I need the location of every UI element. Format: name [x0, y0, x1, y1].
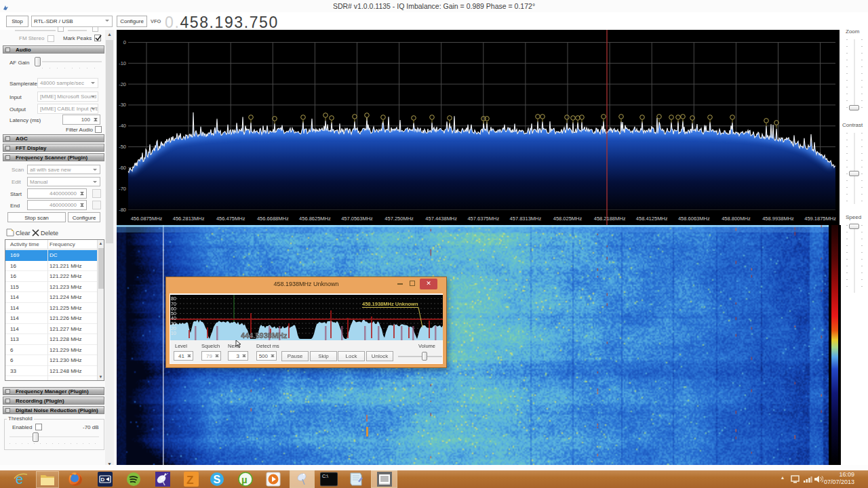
svg-text:40: 40	[171, 316, 176, 321]
svg-text:-80: -80	[119, 207, 126, 213]
svg-text:458.800MHz: 458.800MHz	[722, 216, 751, 222]
svg-text:458.025MHz: 458.025MHz	[553, 216, 583, 222]
svg-text:80: 80	[171, 296, 176, 301]
svg-text:-50: -50	[119, 144, 126, 150]
svg-text:457.4438MHz: 457.4438MHz	[425, 216, 457, 222]
svg-text:-20: -20	[119, 81, 126, 87]
svg-text:457.0563MHz: 457.0563MHz	[341, 216, 373, 222]
svg-text:µ: µ	[241, 474, 248, 485]
svg-text:30: 30	[171, 321, 176, 326]
svg-text:S: S	[214, 474, 221, 485]
svg-text:C:\: C:\	[322, 474, 328, 479]
svg-text:457.250MHz: 457.250MHz	[384, 216, 414, 222]
svg-text:457.8313MHz: 457.8313MHz	[510, 216, 542, 222]
svg-text:Z: Z	[186, 474, 193, 487]
svg-text:-10: -10	[119, 60, 126, 66]
svg-text:60: 60	[171, 306, 176, 311]
svg-text:20: 20	[171, 326, 176, 331]
svg-text:458.4125MHz: 458.4125MHz	[636, 216, 668, 222]
svg-text:-60: -60	[119, 165, 126, 171]
svg-text:459.1875MHz: 459.1875MHz	[804, 216, 836, 222]
svg-text:-30: -30	[119, 102, 126, 108]
svg-text:0: 0	[123, 39, 126, 45]
svg-text:70: 70	[171, 302, 176, 306]
svg-text:456.6688MHz: 456.6688MHz	[257, 216, 289, 222]
svg-text:-40: -40	[119, 123, 126, 129]
svg-text:456.475MHz: 456.475MHz	[216, 216, 245, 222]
svg-text:-70: -70	[119, 186, 126, 192]
svg-text:458.2188MHz: 458.2188MHz	[594, 216, 626, 222]
svg-text:456.0875MHz: 456.0875MHz	[131, 216, 163, 222]
svg-text:458.9938MHz: 458.9938MHz	[762, 216, 794, 222]
svg-text:456.8625MHz: 456.8625MHz	[299, 216, 331, 222]
svg-text:457.6375MHz: 457.6375MHz	[467, 216, 499, 222]
svg-text:458.1938MHz Unknown: 458.1938MHz Unknown	[362, 301, 418, 307]
svg-text:10: 10	[171, 331, 176, 336]
svg-text:458.6063MHz: 458.6063MHz	[678, 216, 710, 222]
svg-text:50: 50	[171, 311, 176, 316]
svg-text:D: D	[101, 476, 105, 483]
svg-text:456.2813MHz: 456.2813MHz	[173, 216, 205, 222]
svg-text:444.5938MHz: 444.5938MHz	[241, 331, 288, 340]
